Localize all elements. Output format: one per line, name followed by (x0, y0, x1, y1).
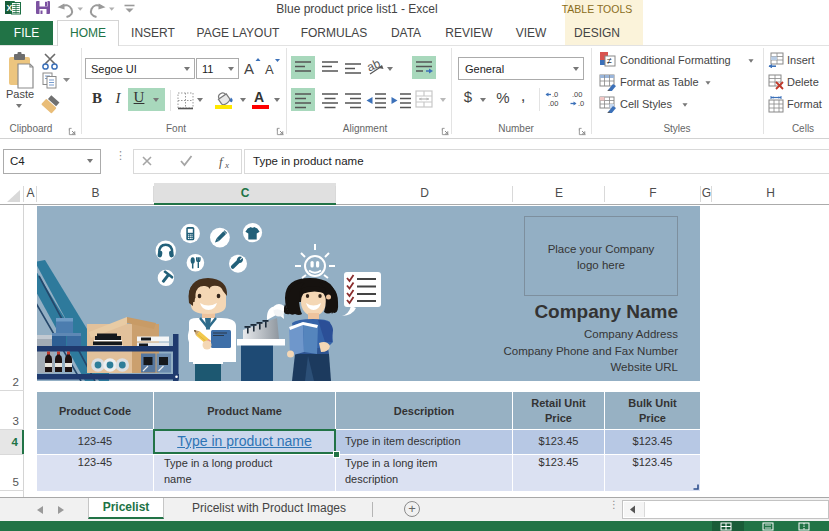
svg-text:.0: .0 (552, 90, 558, 99)
svg-text:A: A (244, 60, 254, 77)
svg-text:≠: ≠ (607, 56, 612, 66)
svg-text:A: A (265, 62, 274, 77)
svg-text:X: X (7, 3, 13, 13)
svg-text:x: x (224, 160, 229, 170)
svg-text:.00: .00 (572, 90, 582, 99)
svg-text:.00: .00 (548, 99, 558, 108)
svg-text:.0: .0 (578, 99, 584, 108)
